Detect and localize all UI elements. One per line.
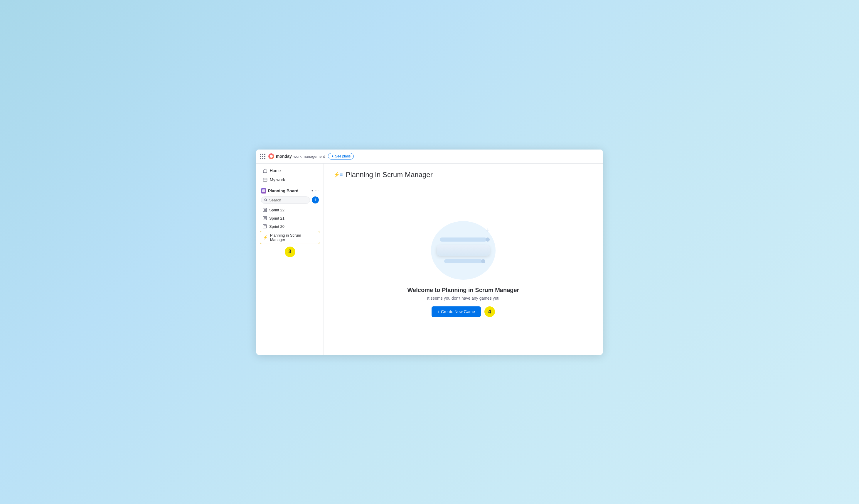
active-item-section: ⚡ Planning in Scrum Manager 3 — [260, 231, 320, 257]
welcome-title: Welcome to Planning in Scrum Manager — [407, 287, 519, 294]
create-new-game-button[interactable]: + Create New Game — [432, 306, 481, 317]
illus-bar-top — [440, 237, 487, 241]
board-item-label: Sprint 20 — [269, 224, 285, 229]
content-header: ⚡≡ Planning in Scrum Manager — [324, 163, 603, 184]
sidebar: Home My work Planning Board ▾ ··· — [256, 163, 324, 355]
board-item-icon — [263, 224, 267, 229]
top-bar: monday work management ✦ See plans — [256, 149, 603, 163]
page-icon: ⚡≡ — [333, 172, 343, 178]
more-options-icon[interactable]: ··· — [315, 188, 319, 193]
board-item-label: Sprint 21 — [269, 216, 285, 220]
see-plans-button[interactable]: ✦ See plans — [328, 153, 354, 159]
step-3-badge: 3 — [285, 247, 295, 257]
search-icon — [264, 198, 268, 202]
search-input[interactable] — [269, 198, 307, 202]
board-item-label: Planning in Scrum Manager — [270, 233, 317, 242]
brand-area: monday work management — [268, 153, 325, 159]
board-item-icon — [263, 216, 267, 220]
empty-state-illustration: + — [428, 221, 498, 280]
my-work-label: My work — [270, 177, 285, 182]
create-btn-area: + Create New Game 4 — [432, 306, 495, 317]
board-item-sprint21[interactable]: Sprint 21 — [260, 214, 320, 222]
add-board-button[interactable]: + — [312, 196, 319, 204]
brand-logo-icon — [268, 153, 274, 159]
svg-point-1 — [265, 199, 267, 201]
board-header[interactable]: Planning Board ▾ ··· — [258, 187, 322, 195]
board-item-planning[interactable]: ⚡ Planning in Scrum Manager — [260, 231, 320, 244]
illustration-circle: + — [431, 221, 496, 280]
sidebar-item-home[interactable]: Home — [258, 166, 322, 175]
browser-window: monday work management ✦ See plans Home … — [256, 149, 603, 355]
svg-rect-0 — [263, 178, 267, 181]
home-icon — [263, 168, 268, 173]
brand-subtitle: work management — [293, 154, 325, 159]
main-layout: Home My work Planning Board ▾ ··· — [256, 163, 603, 355]
step-4-badge: 4 — [484, 306, 495, 317]
chevron-down-icon: ▾ — [312, 189, 313, 193]
board-icon — [261, 188, 266, 193]
board-item-sprint20[interactable]: Sprint 20 — [260, 222, 320, 231]
board-items-list: Sprint 22 Sprint 21 — [258, 206, 322, 257]
svg-rect-2 — [263, 208, 267, 212]
welcome-subtitle: It seems you don't have any games yet! — [427, 296, 499, 300]
board-section: Planning Board ▾ ··· + — [256, 187, 323, 257]
planning-scrum-icon: ⚡ — [263, 235, 268, 239]
page-title: Planning in Scrum Manager — [346, 171, 433, 179]
grid-menu-icon[interactable] — [260, 154, 266, 159]
board-item-label: Sprint 22 — [269, 208, 285, 212]
my-work-icon — [263, 177, 268, 182]
home-label: Home — [270, 168, 281, 173]
board-title: Planning Board — [268, 189, 310, 193]
search-wrapper — [261, 196, 310, 204]
brand-name: monday — [276, 154, 292, 159]
svg-rect-4 — [263, 224, 267, 228]
board-item-icon — [263, 208, 267, 212]
svg-rect-3 — [263, 216, 267, 220]
illus-bar-middle — [437, 245, 490, 256]
plus-decoration-icon: + — [486, 226, 490, 234]
content-area: ⚡≡ Planning in Scrum Manager + Welcome t… — [324, 163, 603, 355]
board-item-sprint22[interactable]: Sprint 22 — [260, 206, 320, 214]
empty-state: + Welcome to Planning in Scrum Manager I… — [324, 184, 603, 355]
sidebar-item-my-work[interactable]: My work — [258, 175, 322, 184]
search-row: + — [258, 195, 322, 205]
illus-bar-bottom — [444, 259, 482, 263]
